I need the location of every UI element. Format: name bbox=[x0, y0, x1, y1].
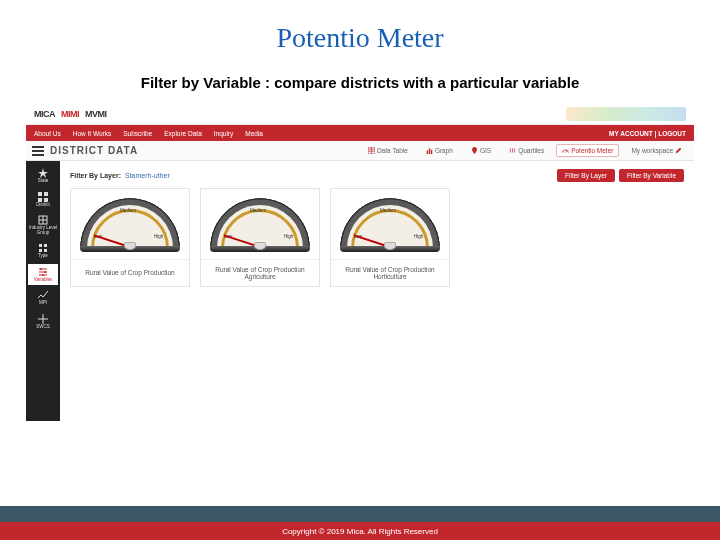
gauge-icon bbox=[562, 147, 569, 154]
svg-rect-4 bbox=[427, 151, 428, 155]
tab-graph[interactable]: Graph bbox=[420, 144, 459, 157]
tab-graph-label: Graph bbox=[435, 147, 453, 154]
grid-icon bbox=[38, 192, 48, 202]
gauge-box: Low Medium High bbox=[201, 189, 319, 259]
svg-rect-12 bbox=[38, 192, 42, 196]
pin-icon bbox=[471, 147, 478, 154]
sidebar-item-label: Type bbox=[38, 254, 48, 259]
box-icon bbox=[38, 215, 48, 225]
sidebar-item-industry[interactable]: Industry Level Group bbox=[28, 212, 58, 238]
app-window: MICA MIMI MVMI About Us How It Works Sub… bbox=[26, 103, 694, 421]
sidebar: State District Industry Level Group Type… bbox=[26, 161, 60, 421]
svg-marker-11 bbox=[38, 168, 48, 178]
tab-potentio-label: Potentio Meter bbox=[571, 147, 613, 154]
gauge-cards: Low Medium High Rural Value of Crop Prod… bbox=[70, 188, 684, 287]
sidebar-item-label: Variables bbox=[34, 278, 52, 283]
gauge-tick-high: High bbox=[284, 234, 293, 239]
sidebar-item-state[interactable]: State bbox=[28, 165, 58, 187]
nav-inquiry[interactable]: Inquiry bbox=[214, 130, 234, 137]
svg-point-26 bbox=[44, 271, 46, 273]
gauge-tick-high: High bbox=[414, 234, 423, 239]
chart-icon bbox=[38, 290, 48, 300]
tab-workspace[interactable]: My workspace bbox=[625, 144, 688, 157]
tab-quartiles-label: Quartiles bbox=[518, 147, 544, 154]
tab-workspace-label: My workspace bbox=[631, 147, 673, 154]
graph-icon bbox=[426, 147, 433, 154]
sidebar-item-type[interactable]: Type bbox=[28, 240, 58, 262]
sliders-icon bbox=[38, 267, 48, 277]
svg-line-10 bbox=[566, 151, 567, 153]
gauge: Low Medium High bbox=[340, 196, 440, 252]
arrows-icon bbox=[38, 314, 48, 324]
svg-point-28 bbox=[42, 274, 44, 276]
gauge: Low Medium High bbox=[210, 196, 310, 252]
svg-rect-14 bbox=[38, 198, 42, 202]
gauge-caption: Rural Value of Crop Production bbox=[71, 259, 189, 285]
logo-bar: MICA MIMI MVMI bbox=[26, 103, 694, 125]
nav-account[interactable]: MY ACCOUNT | LOGOUT bbox=[609, 130, 686, 137]
gauge-caption: Rural Value of Crop Production Agricultu… bbox=[201, 259, 319, 286]
header-decoration bbox=[566, 107, 686, 121]
svg-rect-22 bbox=[44, 249, 47, 252]
nav-subscribe[interactable]: Subscribe bbox=[123, 130, 152, 137]
svg-rect-19 bbox=[39, 244, 42, 247]
filter-label: Filter By Layer: bbox=[70, 172, 121, 179]
table-icon bbox=[368, 147, 375, 154]
gauge: Low Medium High bbox=[80, 196, 180, 252]
page-title: DISTRICT DATA bbox=[50, 145, 138, 156]
tab-quartiles[interactable]: Quartiles bbox=[503, 144, 550, 157]
gauge-card: Low Medium High Rural Value of Crop Prod… bbox=[200, 188, 320, 287]
main-nav: About Us How It Works Subscribe Explore … bbox=[26, 125, 694, 141]
sidebar-item-mpi[interactable]: MPI bbox=[28, 287, 58, 309]
sidebar-item-label: SWCS bbox=[36, 325, 50, 330]
sidebar-item-variables[interactable]: Variables bbox=[28, 264, 58, 286]
quartiles-icon bbox=[509, 147, 516, 154]
gauge-caption: Rural Value of Crop Production Horticult… bbox=[331, 259, 449, 286]
content-area: Filter By Layer: Stamerh-uther Filter By… bbox=[60, 161, 694, 421]
tab-gis-label: GIS bbox=[480, 147, 491, 154]
logo-mimi: MIMI bbox=[61, 109, 79, 119]
gauge-card: Low Medium High Rural Value of Crop Prod… bbox=[330, 188, 450, 287]
svg-rect-21 bbox=[39, 249, 42, 252]
filter-by-layer-button[interactable]: Filter By Layer bbox=[557, 169, 615, 182]
svg-rect-6 bbox=[431, 150, 432, 154]
sidebar-item-label: MPI bbox=[39, 301, 47, 306]
tab-gis[interactable]: GIS bbox=[465, 144, 497, 157]
gauge-tick-med: Medium bbox=[250, 208, 266, 213]
gauge-card: Low Medium High Rural Value of Crop Prod… bbox=[70, 188, 190, 287]
gauge-tick-med: Medium bbox=[120, 208, 136, 213]
slide-subtitle: Filter by Variable : compare districts w… bbox=[0, 74, 720, 91]
nav-media[interactable]: Media bbox=[245, 130, 263, 137]
nav-explore[interactable]: Explore Data bbox=[164, 130, 202, 137]
sidebar-item-swcs[interactable]: SWCS bbox=[28, 311, 58, 333]
sidebar-item-label: District bbox=[36, 203, 50, 208]
gauge-box: Low Medium High bbox=[71, 189, 189, 259]
tab-data-table-label: Data Table bbox=[377, 147, 408, 154]
tab-data-table[interactable]: Data Table bbox=[362, 144, 414, 157]
svg-rect-5 bbox=[429, 148, 430, 154]
hamburger-icon[interactable] bbox=[32, 146, 44, 156]
type-icon bbox=[38, 243, 48, 253]
logo-mica: MICA bbox=[34, 109, 55, 119]
svg-rect-13 bbox=[44, 192, 48, 196]
copyright: Copyright © 2019 Mica. All Rights Reserv… bbox=[0, 522, 720, 540]
filter-by-variable-button[interactable]: Filter By Variable bbox=[619, 169, 684, 182]
svg-rect-20 bbox=[44, 244, 47, 247]
slide-title: Potentio Meter bbox=[0, 0, 720, 54]
gauge-box: Low Medium High bbox=[331, 189, 449, 259]
logo-mvmi: MVMI bbox=[85, 109, 107, 119]
nav-about[interactable]: About Us bbox=[34, 130, 61, 137]
filter-value[interactable]: Stamerh-uther bbox=[125, 172, 170, 179]
toolbar: DISTRICT DATA Data Table Graph GIS Quart… bbox=[26, 141, 694, 161]
sidebar-item-district[interactable]: District bbox=[28, 189, 58, 211]
svg-point-24 bbox=[40, 268, 42, 270]
filter-row: Filter By Layer: Stamerh-uther Filter By… bbox=[70, 169, 684, 182]
tab-potentio[interactable]: Potentio Meter bbox=[556, 144, 619, 157]
nav-how[interactable]: How It Works bbox=[73, 130, 112, 137]
gauge-tick-high: High bbox=[154, 234, 163, 239]
svg-rect-15 bbox=[44, 198, 48, 202]
sidebar-item-label: State bbox=[38, 179, 49, 184]
pencil-icon bbox=[675, 147, 682, 154]
footer-strip bbox=[0, 506, 720, 522]
body-row: State District Industry Level Group Type… bbox=[26, 161, 694, 421]
